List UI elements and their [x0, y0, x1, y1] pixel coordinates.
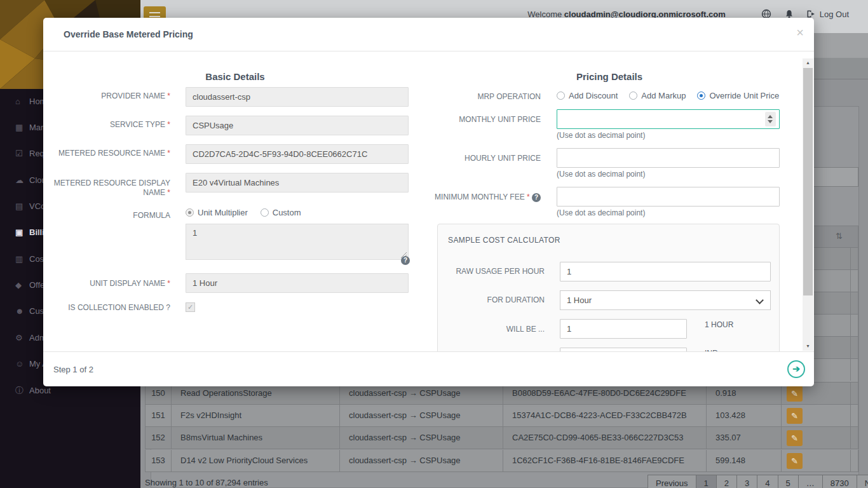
- row-number: 152: [146, 427, 171, 449]
- override-unit-price-radio[interactable]: [697, 92, 705, 100]
- row-number: 153: [146, 450, 171, 471]
- formula-radio-group: Unit Multiplier Custom: [186, 208, 301, 217]
- sample-cost-calculator: SAMPLE COST CALCULATOR RAW USAGE PER HOU…: [437, 224, 780, 351]
- custom-formula-label: Custom: [273, 208, 301, 217]
- monthly-unit-price-field[interactable]: [557, 109, 780, 129]
- monthly-unit-price-label: MONTHLY UNIT PRICE: [399, 115, 541, 125]
- pagination-page-5[interactable]: 5: [778, 475, 799, 488]
- home-icon: ⌂: [15, 97, 29, 106]
- meter-name: F2s v2HDInsight: [171, 405, 339, 426]
- pagination-previous[interactable]: Previous: [648, 475, 696, 488]
- add-discount-label: Add Discount: [569, 91, 618, 100]
- edit-pricing-button[interactable]: ✎: [787, 453, 803, 469]
- pagination-page-4[interactable]: 4: [757, 475, 778, 488]
- hourly-unit-price-field[interactable]: [557, 148, 780, 168]
- meter-name: B8msVirtual Machines: [171, 427, 339, 449]
- modal-title: Override Base Metered Pricing: [64, 29, 193, 39]
- scroll-up-arrow[interactable]: ▲: [803, 58, 813, 67]
- override-unit-price-label: Override Unit Price: [709, 91, 779, 100]
- next-step-button[interactable]: ➔: [787, 360, 805, 378]
- provider-service: cloudassert-csp → CSPUsage: [339, 450, 503, 471]
- modal-scrollbar: ▲ ▼: [803, 58, 813, 351]
- decimal-hint: (Use dot as decimal point): [557, 208, 645, 217]
- table-row: 151 F2s v2HDInsight cloudassert-csp → CS…: [145, 405, 858, 427]
- formula-value-textarea: 1: [186, 224, 409, 260]
- logout-link[interactable]: Log Out: [820, 10, 849, 19]
- unit-display-name-field: [186, 273, 409, 293]
- collection-enabled-checkbox: ✓: [186, 302, 195, 312]
- scrollbar-thumb[interactable]: [803, 68, 813, 295]
- table-info-text: Showing 1 to 10 of 87,294 entries: [145, 478, 268, 487]
- row-number: 151: [146, 405, 171, 426]
- vconnect-icon: ▤: [15, 201, 29, 211]
- unit-display-name-label: UNIT DISPLAY NAME *: [50, 279, 170, 288]
- chevron-down-icon: [756, 296, 764, 304]
- offers-icon: ◆: [15, 280, 29, 290]
- marketplace-icon: ▦: [15, 123, 29, 132]
- mrp-operation-label: MRP OPERATION: [399, 92, 541, 102]
- billing-icon: ▣: [15, 227, 29, 237]
- will-be-field[interactable]: [560, 319, 687, 339]
- will-be-label: WILL BE ...: [438, 325, 545, 334]
- sidebar-item-about[interactable]: ⓘAbout: [15, 385, 136, 398]
- requests-icon: ☑: [15, 149, 29, 158]
- meter-name: D14 v2 Low PriorityCloud Services: [171, 450, 339, 471]
- unit-multiplier-radio: [186, 208, 194, 217]
- minimum-monthly-fee-field[interactable]: [557, 187, 780, 207]
- pagination-page-8730[interactable]: 8730: [822, 475, 857, 488]
- service-type-field: [186, 116, 409, 135]
- min-fee-help-icon[interactable]: ?: [532, 193, 541, 202]
- meter-guid: 1C62CF1C-F36B-4F16-81BE-8146FAE9CDFE: [503, 450, 706, 471]
- metered-resource-display-name-field: [186, 173, 409, 193]
- raw-usage-field[interactable]: [560, 262, 771, 281]
- rate-value: 103.428: [706, 405, 781, 426]
- minimum-monthly-fee-label: MINIMUM MONTHLY FEE * ?: [399, 193, 541, 202]
- number-spinner[interactable]: [765, 112, 776, 126]
- for-duration-label: FOR DURATION: [438, 295, 545, 305]
- pagination: Previous 1 2 3 4 5 … 8730 Next: [648, 475, 868, 488]
- cloud-icon: ☁: [15, 175, 29, 185]
- edit-pricing-button[interactable]: ✎: [787, 386, 803, 402]
- is-collection-enabled-label: IS COLLECTION ENABLED ?: [50, 303, 170, 313]
- step-indicator: Step 1 of 2: [53, 365, 93, 374]
- add-markup-radio[interactable]: [629, 92, 637, 100]
- scroll-down-arrow[interactable]: ▼: [803, 342, 813, 351]
- pricing-details-heading: Pricing Details: [427, 71, 792, 82]
- service-type-label: SERVICE TYPE *: [50, 120, 170, 130]
- modal-header: Override Base Metered Pricing ×: [43, 18, 814, 51]
- edit-pricing-button[interactable]: ✎: [787, 408, 803, 424]
- decimal-hint: (Use dot as decimal point): [557, 170, 645, 179]
- admin-icon: ⚙: [15, 333, 29, 342]
- duration-select[interactable]: 1 Hour: [560, 290, 771, 310]
- modal-body: Basic Details PROVIDER NAME * SERVICE TY…: [43, 51, 814, 351]
- close-icon[interactable]: ×: [796, 25, 804, 40]
- unit-multiplier-label: Unit Multiplier: [198, 208, 248, 217]
- pagination-next[interactable]: Next: [857, 475, 868, 488]
- table-row: 152 B8msVirtual Machines cloudassert-csp…: [145, 427, 858, 449]
- pagination-page-3[interactable]: 3: [736, 475, 757, 488]
- rate-value: 599.148: [706, 450, 781, 471]
- calculator-heading: SAMPLE COST CALCULATOR: [448, 236, 560, 245]
- decimal-hint: (Use dot as decimal point): [557, 131, 645, 140]
- provider-service: cloudassert-csp → CSPUsage: [339, 405, 503, 426]
- metered-resource-name-label: METERED RESOURCE NAME *: [50, 149, 170, 158]
- edit-pricing-button[interactable]: ✎: [787, 430, 803, 446]
- sidebar-item-label: About: [29, 386, 51, 395]
- mrp-operation-radio-group: Add Discount Add Markup Override Unit Pr…: [557, 91, 779, 100]
- customers-icon: ☻: [15, 306, 29, 316]
- hourly-unit-price-label: HOURLY UNIT PRICE: [399, 154, 541, 163]
- pagination-page-2[interactable]: 2: [716, 475, 737, 488]
- add-discount-radio[interactable]: [557, 92, 565, 100]
- cost-icon: ▥: [15, 254, 29, 264]
- app-root: ⌂Home ▦Marketplace ☑Requests ☁Cloud ▤VCo…: [0, 0, 868, 488]
- rate-value: 335.07: [706, 427, 781, 449]
- my-account-icon: ☺: [15, 359, 29, 369]
- formula-label: FORMULA: [50, 211, 170, 220]
- custom-formula-radio[interactable]: [261, 208, 269, 217]
- metered-resource-display-name-label: METERED RESOURCE DISPLAY NAME *: [50, 179, 170, 198]
- sort-icon[interactable]: ⇅: [836, 231, 843, 241]
- will-be-unit-label: 1 HOUR: [705, 320, 733, 329]
- metered-resource-name-field: [186, 144, 409, 164]
- pagination-page-1[interactable]: 1: [696, 475, 717, 488]
- formula-help-icon[interactable]: ?: [401, 256, 410, 265]
